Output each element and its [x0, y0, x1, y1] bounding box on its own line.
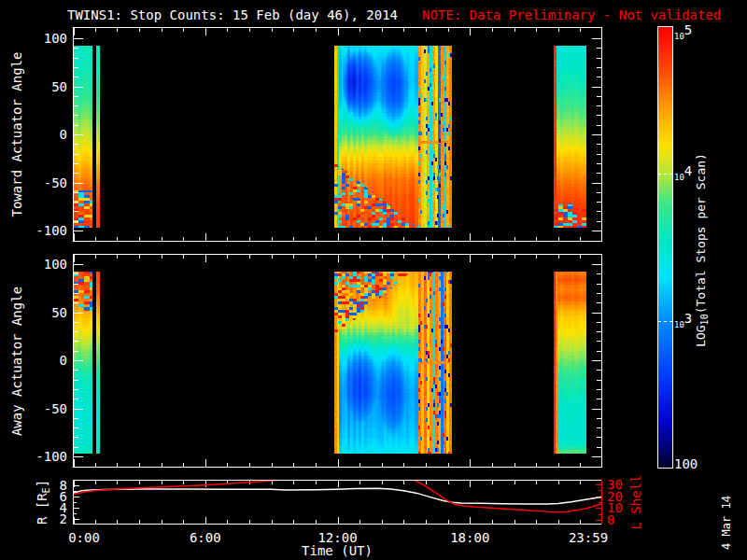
- toward-spectrogram-canvas: [73, 27, 602, 242]
- angle-tick-label: -100: [35, 450, 67, 463]
- r-tick-label: 2: [60, 512, 67, 525]
- colorbar-label-rest: (Total Stops per Scan): [694, 153, 708, 314]
- time-tick-label: 23:59: [569, 531, 608, 544]
- angle-tick-label: -100: [35, 224, 67, 237]
- angle-tick-label: -50: [44, 402, 67, 415]
- away-panel-ylabel: Away Actuator Angle: [10, 287, 23, 436]
- angle-tick-label: -50: [44, 176, 67, 189]
- date-stamp: 4 Mar 14: [721, 496, 732, 550]
- r-axis-label: R [RE]: [35, 480, 51, 525]
- angle-tick-label: 50: [51, 80, 67, 93]
- colorbar-label-sub: 10: [699, 314, 710, 325]
- angle-tick-label: 100: [44, 32, 67, 45]
- angle-tick-label: 0: [60, 128, 67, 141]
- angle-tick-label: 50: [51, 306, 67, 319]
- r-label-suffix: ]: [35, 480, 49, 487]
- colorbar-label: LOG10(Total Stops per Scan): [695, 153, 710, 347]
- time-tick-label: 18:00: [450, 531, 489, 544]
- plot-area: TWINS1: Stop Counts: 15 Feb (day 46), 20…: [0, 0, 747, 560]
- away-spectrogram-canvas: [73, 254, 602, 468]
- colorbar-tick-label: 100: [674, 457, 698, 470]
- r-label-sub: E: [41, 487, 51, 493]
- angle-tick-label: 100: [44, 258, 67, 271]
- l-shell-axis-label: L Shell: [629, 474, 642, 529]
- r-label-prefix: R [R: [35, 493, 49, 525]
- time-tick-label: 6:00: [190, 531, 221, 544]
- orbit-panel-canvas: [73, 480, 602, 525]
- colorbar-tick-label: 103: [674, 311, 692, 329]
- colorbar-tick-label: 105: [674, 23, 692, 41]
- lshell-tick-label: 0: [607, 513, 614, 526]
- time-tick-label: 12:00: [317, 531, 357, 544]
- time-tick-label: 0:00: [68, 531, 100, 544]
- page-title-note: NOTE: Data Preliminary - Not validated: [422, 8, 721, 21]
- time-axis-label: Time (UT): [302, 544, 373, 557]
- colorbar-canvas: [657, 26, 673, 469]
- page-title: TWINS1: Stop Counts: 15 Feb (day 46), 20…: [67, 8, 398, 21]
- colorbar-label-prefix: LOG: [694, 325, 708, 346]
- angle-tick-label: 0: [60, 354, 67, 367]
- colorbar-tick-label: 104: [674, 164, 692, 182]
- toward-panel-ylabel: Toward Actuator Angle: [10, 51, 23, 217]
